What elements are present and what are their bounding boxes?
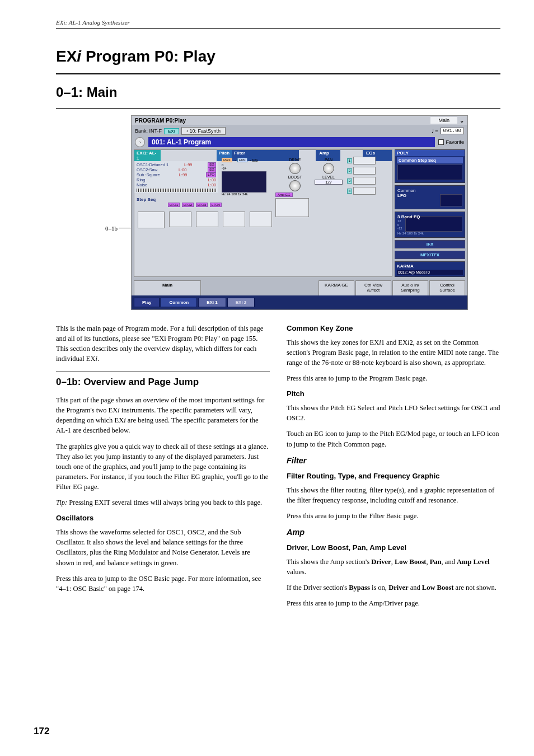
osc-name: Sub :Square [137, 172, 160, 177]
favorite-checkbox[interactable]: Favorite [438, 139, 464, 145]
filter-hpf-chip: HPF [237, 158, 247, 162]
overview-area: EXi1: AL-1 Pitch Filter Amp EGs OSC1:Det… [132, 149, 467, 280]
eq-scale-v: -12 [397, 227, 402, 230]
mfx-tfx-button[interactable]: MFX/TFX [395, 251, 465, 259]
lfo-graph [169, 212, 191, 227]
heading-0-1-main: 0–1: Main [56, 84, 500, 100]
tab-control-surface[interactable]: ControlSurface [429, 280, 465, 295]
drive-label: DRIVE [275, 158, 315, 162]
filter-mini[interactable]: Multi → HPF → EG 0-24 Hz 24 100 1k 24k [222, 158, 272, 196]
screenshot-title-right: Main ⌄ [430, 117, 464, 124]
heading-0-1b: 0–1b: Overview and Page Jump [56, 372, 270, 389]
boost-knob-icon [289, 180, 301, 191]
heading-pitch: Pitch [287, 389, 500, 400]
category-chevron-icon: › [186, 128, 188, 134]
eg-env-icon [353, 167, 376, 175]
common-step-seq-label: Common Step Seq [397, 157, 463, 163]
pan-block[interactable]: PAN LEVEL 127 [315, 158, 343, 185]
para: This shows the waveforms selected for OS… [56, 527, 270, 568]
step-lfo-graphs[interactable] [137, 210, 273, 229]
eq-axis: Hz 24 100 1k 24k [397, 232, 462, 236]
level-label: LEVEL [315, 175, 343, 179]
t: Pressing EXIT several times will always … [67, 499, 262, 506]
heading-filter: Filter [287, 455, 500, 467]
amp-block[interactable]: DRIVE BOOST [275, 158, 315, 192]
eq-box[interactable]: 3 Band EQ 12 0 -12 Hz 24 100 1k 24k [395, 212, 465, 238]
ltab-exi1[interactable]: EXi 1 [198, 298, 226, 307]
pan-label: PAN [315, 158, 343, 162]
ifx-button[interactable]: IFX [395, 240, 465, 248]
t: Bypass [349, 584, 370, 591]
heading-filter-routing: Filter Routing, Type, and Frequency Grap… [287, 471, 500, 482]
tip-label: Tip: [56, 499, 67, 506]
favorite-label: Favorite [446, 139, 464, 145]
t: , and [442, 558, 457, 566]
poly-box[interactable]: POLY Common Step Seq [395, 149, 465, 183]
para: This is the main page of Program mode. F… [56, 323, 270, 364]
para: If the Driver section's Bypass is on, Dr… [287, 583, 500, 593]
lfo-graph [440, 194, 462, 206]
tab-main[interactable]: Main [134, 280, 201, 295]
osc-level: L:00 [179, 167, 187, 172]
common-lfo-box[interactable]: Common LFO [395, 185, 465, 209]
t: This shows the Amp section's [287, 558, 371, 566]
ltab-common[interactable]: Common [161, 298, 197, 307]
main-tab[interactable]: Main [430, 117, 457, 124]
osc-level: L:99 [184, 162, 193, 167]
tempo-prefix: ♩ = [432, 128, 438, 134]
amp-eg-graph[interactable] [275, 198, 309, 217]
tab-ctrl-view[interactable]: Ctrl View/Effect [355, 280, 391, 295]
eg-num: 3 [347, 179, 352, 184]
tempo-value[interactable]: 091.00 [441, 128, 464, 134]
side-panel: POLY Common Step Seq Common LFO 3 Band E… [395, 149, 465, 277]
lfo-tag: LFO1 [168, 203, 180, 207]
lfo-row[interactable]: LFO1 LFO2 LFO3 LFO4 [168, 204, 222, 208]
arrow-icon: → [233, 158, 237, 162]
program-title[interactable]: 001: AL-1 Program [148, 137, 435, 147]
tab-karma-ge[interactable]: KARMA GE [318, 280, 354, 295]
osc-row: OSC1:Detuned 1L:99EG [137, 162, 216, 167]
heading-exi-program-p0-play: EXi Program P0: Play [56, 48, 500, 65]
filter-chain: Multi → HPF → EG [222, 158, 272, 162]
title1-b: i [77, 48, 81, 65]
program-select-icon[interactable]: › [135, 137, 145, 147]
category-select[interactable]: › 10: FastSynth [181, 127, 226, 135]
lower-tabs: Play Common EXi 1 EXi 2 [132, 295, 467, 309]
filter-db: 0-24 [222, 163, 272, 170]
eg-item: 2 [347, 167, 381, 175]
tempo: ♩ = 091.00 [432, 128, 464, 134]
step-seq-label: Step Seq [137, 197, 156, 202]
osc-list[interactable]: OSC1:Detuned 1L:99EG OSC2:SawL:00EG Sub … [134, 161, 218, 193]
osc-name: OSC1:Detuned 1 [137, 162, 168, 167]
callout-line [119, 228, 132, 228]
heading-amp: Amp [287, 527, 500, 538]
lfo-graph [223, 212, 245, 227]
poly-label: POLY [395, 150, 465, 156]
tab-spacer [202, 280, 317, 295]
eg-column[interactable]: 1 2 3 4 [347, 157, 381, 197]
osc-eg-icon: EG [208, 162, 216, 167]
screenshot-titlebar: PROGRAM P0:Play Main ⌄ [132, 116, 467, 125]
t: This shows the key zones for EX [287, 339, 379, 346]
keyzone-strip [137, 189, 216, 192]
para: This shows the Pitch EG Select and Pitch… [287, 403, 500, 423]
t: are not shown. [453, 584, 496, 591]
lfo-graph [250, 212, 272, 227]
t: and [409, 584, 422, 591]
checkbox-icon [438, 139, 444, 145]
para: Touch an EG icon to jump to the Pitch EG… [287, 429, 500, 449]
screenshot-wrap: 0–1b PROGRAM P0:Play Main ⌄ Bank: INT-F … [56, 115, 500, 310]
osc-lfo-icon: LFO [206, 172, 216, 177]
osc-row: Sub :SquareL:99LFO [137, 172, 216, 177]
chevron-down-icon[interactable]: ⌄ [460, 118, 464, 124]
overview-panel[interactable]: EXi1: AL-1 Pitch Filter Amp EGs OSC1:Det… [134, 149, 392, 277]
karma-ge-value: 0012: Arp Model 0 [397, 270, 463, 275]
para: Press this area to jump to the Filter Ba… [287, 511, 500, 521]
karma-box[interactable]: KARMA 0012: Arp Model 0 [395, 261, 465, 277]
ltab-play[interactable]: Play [134, 298, 160, 307]
t: Driver [371, 558, 391, 566]
ltab-exi2[interactable]: EXi 2 [227, 298, 255, 307]
t: is on, [370, 584, 388, 591]
boost-label: BOOST [275, 175, 315, 179]
tab-audio-in[interactable]: Audio In/Sampling [392, 280, 428, 295]
